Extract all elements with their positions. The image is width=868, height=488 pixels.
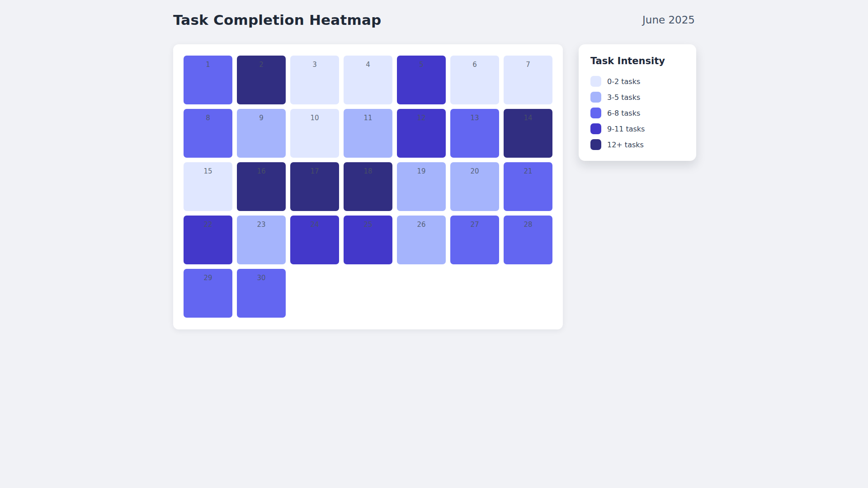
day-cell-18[interactable]: 18 xyxy=(344,162,392,211)
legend-color-swatch xyxy=(590,123,601,134)
legend-card: Task Intensity 0-2 tasks 3-5 tasks 6-8 t… xyxy=(579,44,696,161)
heatmap-card: 1 2 3 4 5 6 7 8 9 10 11 12 13 14 15 xyxy=(173,44,563,329)
day-number: 9 xyxy=(259,114,264,122)
day-cell-9[interactable]: 9 xyxy=(237,109,286,158)
legend-item-label: 0-2 tasks xyxy=(607,77,640,86)
day-number: 3 xyxy=(312,61,317,69)
day-number: 2 xyxy=(259,61,264,69)
day-cell-24[interactable]: 24 xyxy=(290,216,339,264)
day-number: 15 xyxy=(203,167,212,175)
day-cell-27[interactable]: 27 xyxy=(450,216,499,264)
legend-item-label: 3-5 tasks xyxy=(607,93,640,102)
day-cell-17[interactable]: 17 xyxy=(290,162,339,211)
day-number: 6 xyxy=(472,61,477,69)
day-cell-12[interactable]: 12 xyxy=(397,109,446,158)
day-number: 19 xyxy=(417,167,425,175)
day-cell-1[interactable]: 1 xyxy=(184,56,232,104)
day-number: 25 xyxy=(363,221,372,229)
day-number: 16 xyxy=(257,167,265,175)
legend-item: 12+ tasks xyxy=(590,139,684,150)
day-number: 18 xyxy=(363,167,372,175)
legend-color-swatch xyxy=(590,139,601,150)
day-number: 26 xyxy=(417,221,425,229)
day-cell-7[interactable]: 7 xyxy=(504,56,552,104)
legend-color-swatch xyxy=(590,92,601,103)
day-cell-28[interactable]: 28 xyxy=(504,216,552,264)
day-number: 14 xyxy=(524,114,532,122)
day-cell-11[interactable]: 11 xyxy=(344,109,392,158)
day-cell-14[interactable]: 14 xyxy=(504,109,552,158)
page-title: Task Completion Heatmap xyxy=(173,12,381,28)
legend-color-swatch xyxy=(590,76,601,87)
day-cell-6[interactable]: 6 xyxy=(450,56,499,104)
header: Task Completion Heatmap June 2025 xyxy=(173,12,695,28)
day-cell-5[interactable]: 5 xyxy=(397,56,446,104)
page: Task Completion Heatmap June 2025 1 2 3 … xyxy=(0,0,868,488)
day-cell-22[interactable]: 22 xyxy=(184,216,232,264)
day-number: 17 xyxy=(310,167,319,175)
day-number: 12 xyxy=(417,114,425,122)
day-cell-25[interactable]: 25 xyxy=(344,216,392,264)
legend-item-label: 6-8 tasks xyxy=(607,109,640,117)
legend-color-swatch xyxy=(590,108,601,118)
day-cell-19[interactable]: 19 xyxy=(397,162,446,211)
day-number: 11 xyxy=(363,114,372,122)
day-number: 21 xyxy=(524,167,532,175)
day-cell-30[interactable]: 30 xyxy=(237,269,286,318)
legend-item-label: 12+ tasks xyxy=(607,141,644,149)
day-number: 20 xyxy=(470,167,479,175)
day-number: 7 xyxy=(526,61,530,69)
day-number: 1 xyxy=(206,61,210,69)
day-number: 5 xyxy=(419,61,424,69)
day-number: 29 xyxy=(203,274,212,282)
day-number: 30 xyxy=(257,274,265,282)
day-cell-29[interactable]: 29 xyxy=(184,269,232,318)
day-cell-4[interactable]: 4 xyxy=(344,56,392,104)
period-label: June 2025 xyxy=(642,14,695,26)
day-number: 24 xyxy=(310,221,319,229)
heatmap-grid: 1 2 3 4 5 6 7 8 9 10 11 12 13 14 15 xyxy=(184,56,552,318)
day-number: 10 xyxy=(310,114,319,122)
legend-item: 0-2 tasks xyxy=(590,76,684,87)
day-cell-13[interactable]: 13 xyxy=(450,109,499,158)
day-cell-20[interactable]: 20 xyxy=(450,162,499,211)
day-number: 22 xyxy=(203,221,212,229)
day-cell-2[interactable]: 2 xyxy=(237,56,286,104)
legend-item: 3-5 tasks xyxy=(590,92,684,103)
day-cell-16[interactable]: 16 xyxy=(237,162,286,211)
day-cell-3[interactable]: 3 xyxy=(290,56,339,104)
day-number: 8 xyxy=(206,114,210,122)
day-number: 27 xyxy=(470,221,479,229)
day-cell-26[interactable]: 26 xyxy=(397,216,446,264)
day-cell-10[interactable]: 10 xyxy=(290,109,339,158)
day-cell-23[interactable]: 23 xyxy=(237,216,286,264)
legend-items: 0-2 tasks 3-5 tasks 6-8 tasks 9-11 tasks… xyxy=(590,76,684,150)
day-number: 4 xyxy=(366,61,370,69)
day-cell-21[interactable]: 21 xyxy=(504,162,552,211)
legend-item: 9-11 tasks xyxy=(590,123,684,134)
day-cell-15[interactable]: 15 xyxy=(184,162,232,211)
legend-item-label: 9-11 tasks xyxy=(607,125,645,133)
day-number: 23 xyxy=(257,221,265,229)
legend-item: 6-8 tasks xyxy=(590,108,684,118)
legend-title: Task Intensity xyxy=(590,56,684,66)
day-cell-8[interactable]: 8 xyxy=(184,109,232,158)
day-number: 13 xyxy=(470,114,479,122)
day-number: 28 xyxy=(524,221,532,229)
